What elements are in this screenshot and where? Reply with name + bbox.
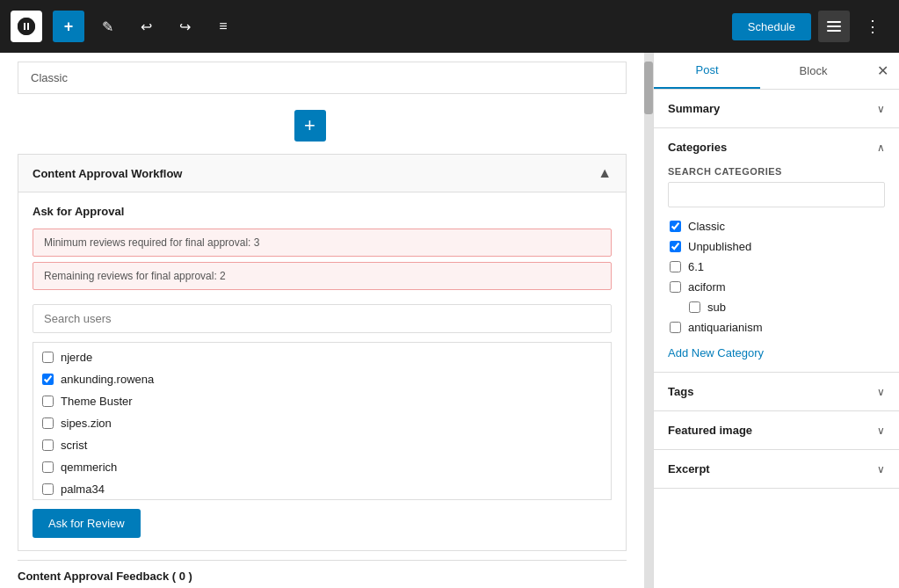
categories-header[interactable]: Categories ∧ <box>654 128 899 166</box>
workflow-body: Ask for Approval Minimum reviews require… <box>18 192 626 550</box>
user-checkbox-sipes[interactable] <box>42 417 54 429</box>
svg-rect-1 <box>827 25 841 27</box>
user-checkbox-palma34[interactable] <box>42 483 54 495</box>
editor-content: Classic + Content Approval Workflow ▲ As… <box>0 53 644 588</box>
redo-button[interactable]: ↪ <box>169 11 200 42</box>
categories-chevron-icon: ∧ <box>877 142 885 154</box>
tags-header[interactable]: Tags ∨ <box>654 373 899 410</box>
workflow-title: Content Approval Workflow <box>33 167 182 180</box>
svg-rect-0 <box>827 21 841 23</box>
featured-image-chevron-icon: ∨ <box>877 425 885 437</box>
category-label-antiquarianism: antiquarianism <box>688 321 763 334</box>
sidebar-toggle-button[interactable] <box>818 11 850 42</box>
search-users-input[interactable] <box>33 304 612 333</box>
featured-image-section: Featured image ∨ <box>654 411 899 450</box>
list-item[interactable]: sipes.zion <box>33 412 611 434</box>
summary-title: Summary <box>668 102 720 115</box>
list-item[interactable]: njerde <box>33 346 611 368</box>
close-sidebar-button[interactable]: ✕ <box>866 53 899 89</box>
workflow-header[interactable]: Content Approval Workflow ▲ <box>18 155 626 192</box>
schedule-button[interactable]: Schedule <box>732 13 811 40</box>
list-item[interactable]: qemmerich <box>33 456 611 478</box>
editor-area: Classic + Content Approval Workflow ▲ As… <box>0 53 644 588</box>
category-checkbox-classic[interactable] <box>670 221 681 232</box>
list-item[interactable]: sub <box>668 297 885 317</box>
edit-icon-button[interactable]: ✎ <box>91 11 123 42</box>
user-label-scrist: scrist <box>61 439 87 452</box>
ask-approval-label: Ask for Approval <box>33 205 612 218</box>
workflow-collapse-button[interactable]: ▲ <box>598 165 612 181</box>
user-label-qemmerich: qemmerich <box>61 461 117 474</box>
add-new-category-link[interactable]: Add New Category <box>668 346 764 359</box>
feedback-title: Content Approval Feedback ( 0 ) <box>18 570 627 586</box>
category-label-aciform: aciform <box>688 280 726 294</box>
editor-scroll-track[interactable] <box>644 53 653 588</box>
user-label-ankunding: ankunding.rowena <box>61 373 154 386</box>
min-reviews-info: Minimum reviews required for final appro… <box>33 229 612 257</box>
category-label-unpublished: Unpublished <box>688 240 751 253</box>
add-block-toolbar-button[interactable]: + <box>53 11 84 42</box>
category-label-classic: Classic <box>688 220 725 233</box>
sidebar-tabs: Post Block ✕ <box>654 53 899 90</box>
list-item[interactable]: 6.1 <box>668 257 885 277</box>
category-label-sub: sub <box>707 301 726 314</box>
add-block-button[interactable]: + <box>294 110 326 142</box>
category-checkbox-unpublished[interactable] <box>670 241 681 252</box>
list-item[interactable]: scrist <box>33 434 611 456</box>
search-categories-label: SEARCH CATEGORIES <box>668 166 885 177</box>
more-options-button[interactable]: ⋮ <box>857 11 888 42</box>
list-item[interactable]: palma34 <box>33 478 611 500</box>
user-checkbox-themebuster[interactable] <box>42 396 54 407</box>
list-item[interactable]: Unpublished <box>668 236 885 257</box>
user-checkbox-njerde[interactable] <box>42 352 54 363</box>
tags-chevron-icon: ∨ <box>877 386 885 398</box>
user-label-themebuster: Theme Buster <box>61 395 133 408</box>
tab-post[interactable]: Post <box>654 53 760 89</box>
user-checkbox-qemmerich[interactable] <box>42 461 54 473</box>
sidebar-body: Summary ∨ Categories ∧ SEARCH CATEGORIES <box>654 90 899 588</box>
list-item[interactable]: ankunding.rowena <box>33 368 611 390</box>
remaining-reviews-info: Remaining reviews for final approval: 2 <box>33 262 612 290</box>
tab-block[interactable]: Block <box>760 53 866 89</box>
search-categories-input[interactable] <box>668 182 885 207</box>
workflow-section: Content Approval Workflow ▲ Ask for Appr… <box>18 154 627 551</box>
classic-block[interactable]: Classic <box>18 62 627 94</box>
category-checkbox-61[interactable] <box>670 261 681 272</box>
categories-body: SEARCH CATEGORIES Classic Unpublished <box>654 166 899 372</box>
tags-section: Tags ∨ <box>654 373 899 411</box>
category-label-61: 6.1 <box>688 260 704 273</box>
summary-chevron-icon: ∨ <box>877 103 885 115</box>
list-item[interactable]: Classic <box>668 216 885 236</box>
ask-for-review-button[interactable]: Ask for Review <box>33 509 141 538</box>
user-label-njerde: njerde <box>61 351 92 364</box>
categories-list: Classic Unpublished 6.1 aciform <box>668 216 885 338</box>
summary-header[interactable]: Summary ∨ <box>654 90 899 127</box>
svg-rect-2 <box>827 30 841 32</box>
excerpt-title: Excerpt <box>668 462 710 475</box>
user-checkbox-ankunding[interactable] <box>42 374 54 385</box>
excerpt-section: Excerpt ∨ <box>654 450 899 489</box>
wp-logo[interactable] <box>11 11 42 42</box>
editor-outer: Classic + Content Approval Workflow ▲ As… <box>0 53 653 588</box>
featured-image-header[interactable]: Featured image ∨ <box>654 411 899 449</box>
user-list: njerde ankunding.rowena Theme Buster <box>33 342 612 500</box>
user-label-palma34: palma34 <box>61 483 105 496</box>
category-checkbox-antiquarianism[interactable] <box>670 322 681 333</box>
category-checkbox-aciform[interactable] <box>670 281 681 293</box>
excerpt-header[interactable]: Excerpt ∨ <box>654 450 899 488</box>
excerpt-chevron-icon: ∨ <box>877 463 885 475</box>
list-item[interactable]: aciform <box>668 277 885 297</box>
feedback-section: Content Approval Feedback ( 0 ) <box>18 560 627 588</box>
sidebar: Post Block ✕ Summary ∨ Categories ∧ SEAR… <box>653 53 899 588</box>
undo-button[interactable]: ↩ <box>130 11 162 42</box>
category-checkbox-sub[interactable] <box>689 301 700 313</box>
list-view-button[interactable]: ≡ <box>207 11 239 42</box>
user-checkbox-scrist[interactable] <box>42 439 54 451</box>
categories-section: Categories ∧ SEARCH CATEGORIES Classic U… <box>654 128 899 373</box>
categories-title: Categories <box>668 141 727 154</box>
featured-image-title: Featured image <box>668 424 752 437</box>
toolbar: + ✎ ↩ ↪ ≡ Schedule ⋮ <box>0 0 899 53</box>
list-item[interactable]: antiquarianism <box>668 317 885 338</box>
tags-title: Tags <box>668 385 693 398</box>
list-item[interactable]: Theme Buster <box>33 390 611 412</box>
